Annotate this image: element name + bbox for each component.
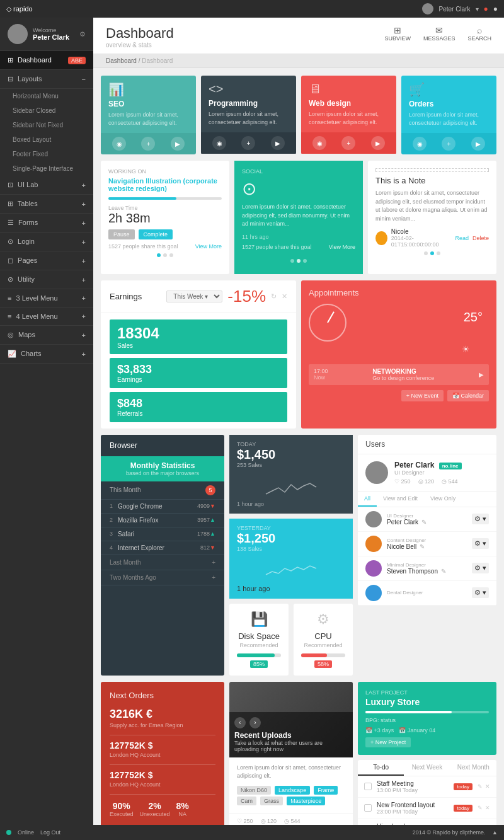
user-edit-icon-3[interactable]: ✎	[441, 568, 446, 575]
uploads-next-btn[interactable]: ›	[249, 717, 261, 728]
tag-5[interactable]: Grass	[260, 797, 283, 805]
search-label: SEARCH	[467, 35, 491, 42]
working-view-more[interactable]: View More	[195, 243, 222, 250]
logout-link[interactable]: Log Out	[40, 829, 60, 836]
orders-btn-3[interactable]: ▶	[471, 137, 485, 151]
uploads-image: ‹ › Recent Uploads Take a look at what o…	[229, 682, 353, 757]
prog-btn-3[interactable]: ▶	[271, 136, 285, 150]
sidebar-item-3level[interactable]: ≡ 3 Level Menu +	[0, 289, 93, 308]
sidebar-sub-boxed-layout[interactable]: Boxed Layout	[0, 132, 93, 147]
maps-chevron: +	[82, 331, 86, 339]
sidebar-sub-sidebar-not-fixed[interactable]: Sidebar Not Fixed	[0, 118, 93, 132]
tag-2[interactable]: Landscape	[275, 786, 310, 795]
sidebar-sub-footer-fixed[interactable]: Footer Fixed	[0, 147, 93, 161]
new-project-button[interactable]: + New Project	[365, 737, 411, 747]
apt-expand-btn[interactable]: ▶	[479, 371, 484, 378]
earnings-refresh-icon[interactable]: ↻	[271, 292, 277, 301]
sidebar-item-4level[interactable]: ≡ 4 Level Menu +	[0, 308, 93, 326]
cpu-bar-wrap	[301, 653, 345, 657]
todo-tab-todo[interactable]: To-do	[358, 760, 404, 776]
user-tab-view-edit[interactable]: View and Edit	[377, 492, 424, 507]
prog-btn-2[interactable]: +	[241, 136, 255, 150]
todo-edit-icon-1[interactable]: ✎	[478, 783, 483, 790]
seo-btn-1[interactable]: ◉	[112, 137, 126, 151]
complete-button[interactable]: Complete	[139, 229, 173, 239]
seo-btn-3[interactable]: ▶	[171, 137, 185, 151]
user-gear-3[interactable]: ⚙ ▾	[472, 563, 489, 573]
sidebar-sub-horizontal-menu[interactable]: Horizontal Menu	[0, 89, 93, 103]
seo-btn-2[interactable]: +	[141, 137, 155, 151]
sidebar-sub-single-page[interactable]: Single-Page Interface	[0, 161, 93, 176]
orders-btn-2[interactable]: +	[442, 137, 455, 151]
pages-icon: ◻	[8, 256, 13, 264]
charts-chevron: +	[82, 350, 86, 358]
sidebar-item-forms[interactable]: ☰ Forms +	[0, 214, 93, 233]
prog-text: Lorem ipsum dolor sit amet, consectetuer…	[209, 110, 289, 126]
sidebar-item-pages[interactable]: ◻ Pages +	[0, 251, 93, 270]
note-read-btn[interactable]: Read	[455, 235, 469, 241]
todo-checkbox-1[interactable]	[364, 783, 372, 790]
top-bar-icon-1[interactable]: ●	[484, 4, 488, 13]
user-gear-4[interactable]: ⚙ ▾	[472, 587, 489, 598]
earnings-period-select[interactable]: This Week ▾	[166, 291, 222, 302]
header-messages-btn[interactable]: ✉ MESSAGES	[423, 25, 455, 42]
sidebar-settings-icon[interactable]: ⚙	[79, 30, 86, 38]
sidebar-sub-sidebar-closed[interactable]: Sidebar Closed	[0, 103, 93, 118]
browser-two-months[interactable]: Two Months Ago +	[101, 570, 224, 585]
sidebar-item-utility[interactable]: ⊘ Utility +	[0, 270, 93, 289]
new-event-button[interactable]: + New Event	[401, 390, 444, 401]
pause-button[interactable]: Pause	[108, 229, 135, 239]
web-btn-1[interactable]: ◉	[312, 136, 326, 150]
user-list-name-2: Nicole Bell ✎	[387, 543, 467, 550]
todo-tab-next-week[interactable]: Next Week	[404, 760, 450, 776]
user-edit-icon-1[interactable]: ✎	[421, 519, 427, 526]
user-gear-1[interactable]: ⚙ ▾	[472, 514, 489, 524]
login-chevron: +	[82, 238, 86, 246]
top-bar-icon-2[interactable]: ●	[493, 4, 498, 13]
user-tab-all[interactable]: All	[358, 492, 377, 507]
tag-4[interactable]: Cam	[237, 797, 256, 805]
social-view-more[interactable]: View More	[329, 244, 355, 250]
users-panel: Users Peter Clark no.line UI Designer	[358, 435, 496, 606]
todo-delete-icon-2[interactable]: ✕	[485, 805, 490, 811]
todo-tab-next-month[interactable]: Next Month	[450, 760, 496, 776]
sidebar-item-layouts[interactable]: ⊟ Layouts −	[0, 70, 93, 89]
web-btn-2[interactable]: +	[341, 136, 355, 150]
prog-btn-1[interactable]: ◉	[212, 136, 226, 150]
web-btn-3[interactable]: ▶	[371, 136, 385, 150]
sidebar-item-charts[interactable]: 📈 Charts +	[0, 345, 93, 364]
earnings-close-icon[interactable]: ✕	[282, 292, 287, 301]
user-gear-2[interactable]: ⚙ ▾	[472, 538, 489, 549]
scroll-to-top-icon[interactable]: ▲	[492, 829, 498, 836]
orders-footer: ◉ + ▶	[401, 133, 496, 154]
user-edit-icon-2[interactable]: ✎	[420, 543, 425, 550]
user-list-role-4: Dental Designer	[387, 590, 467, 595]
yesterday-chart	[237, 556, 345, 581]
sidebar-item-tables[interactable]: ⊞ Tables +	[0, 195, 93, 214]
sidebar-item-login[interactable]: ⊙ Login +	[0, 233, 93, 251]
browser-trend-2: ▲	[210, 517, 215, 523]
tag-3[interactable]: Frame	[314, 786, 338, 795]
clock-visual	[309, 304, 346, 342]
4level-icon: ≡	[8, 313, 11, 320]
uploads-prev-btn[interactable]: ‹	[234, 717, 246, 728]
sidebar-item-dashboard[interactable]: ⊞ Dashboard ABE	[0, 51, 93, 70]
calendar-button[interactable]: 📅 Calendar	[447, 390, 489, 401]
cpu-card: ⚙ CPU Recommended 58%	[294, 604, 353, 676]
sidebar-item-maps[interactable]: ◎ Maps +	[0, 326, 93, 345]
top-bar-dropdown[interactable]: ▾	[476, 6, 479, 13]
todo-checkbox-2[interactable]	[364, 804, 372, 812]
tag-6[interactable]: Masterpiece	[287, 797, 325, 805]
todo-delete-icon-1[interactable]: ✕	[485, 783, 490, 790]
sidebar-item-ui-lab[interactable]: ⊡ UI Lab +	[0, 176, 93, 195]
tag-1[interactable]: Nikon D60	[237, 786, 271, 795]
user-tab-view-only[interactable]: View Only	[424, 492, 462, 507]
header-search-btn[interactable]: ⌕ SEARCH	[467, 25, 491, 42]
breadcrumb-current: Dashboard	[142, 57, 173, 64]
note-delete-btn[interactable]: Delete	[472, 235, 489, 241]
breadcrumb-home[interactable]: Dashboard	[106, 57, 137, 64]
header-subview-btn[interactable]: ⊞ SUBVIEW	[384, 25, 411, 42]
todo-edit-icon-2[interactable]: ✎	[478, 805, 483, 811]
orders-btn-1[interactable]: ◉	[413, 137, 427, 151]
browser-last-month[interactable]: Last Month +	[101, 555, 224, 570]
